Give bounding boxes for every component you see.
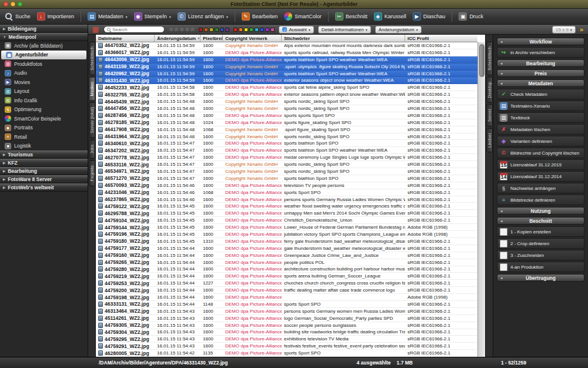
table-row[interactable]: 44759265_WZ2.jpg16.01.15 11:54:441600DEM… (96, 259, 477, 266)
table-row[interactable]: 46534971_WZ2.jpg16.01.15 11:54:471600Cop… (96, 168, 477, 175)
palette-action-lizenzablauf-31-12-2015[interactable]: 15Lizenzablauf 31.12.2015 (497, 159, 584, 170)
table-row[interactable]: 46417908_WZ2.jpg16.01.15 11:54:481068Cop… (96, 126, 477, 133)
panel-tab-lindner[interactable]: Lindner (486, 128, 493, 152)
sidebar-item-retail[interactable]: ¤Retail (0, 132, 88, 142)
sidebar-item-portraits[interactable]: ☻Portraits (0, 123, 88, 133)
palette-action-varianten-definieren[interactable]: ◆Varianten definieren (497, 136, 584, 146)
sidebar-item-info-grafik[interactable]: ▧Info Grafik (0, 96, 88, 105)
color-label-swatch[interactable] (204, 28, 208, 32)
palette-action-4-an-produktion[interactable]: 4-an Produktion (497, 262, 584, 272)
sidebar-item-archiv-alle-bilddaten[interactable]: ▦Archiv (alle Bilddaten) (0, 41, 88, 51)
color-label-swatch[interactable] (265, 28, 269, 32)
table-row[interactable]: 46533116_WZ2.jpg16.01.15 11:54:471600Cop… (96, 161, 477, 168)
palette-action-textmakro-xenario[interactable]: ▤Textmakro-Xenario (497, 101, 584, 111)
table-row[interactable]: 44759177_WZ2.jpg16.01.15 11:54:441600DEM… (96, 245, 477, 252)
palette-action-nachweise-anh-ngen[interactable]: §Nachweise anhängen (497, 183, 584, 193)
sidebar-section-bildeingang[interactable]: ▶Bildeingang (0, 25, 88, 33)
palette-action-1-kopien-erstellen[interactable]: 1 - Kopien erstellen (497, 226, 584, 237)
view-mode-dropdown[interactable]: Detail-Informationen ▾ (318, 26, 371, 34)
column-header-copyright-vermerk[interactable]: Copyright Vermerk (223, 35, 282, 42)
toolbar-button-importieren[interactable]: ↓Importieren (37, 12, 75, 21)
color-label-swatch[interactable] (270, 28, 275, 32)
table-row[interactable]: 46270778_WZ2.jpg16.01.15 11:54:471600DEM… (96, 154, 477, 161)
palette-action-in-archiv-verschieben[interactable]: ↪in Archiv verschieben (497, 47, 584, 58)
sidebar-item-smartcolor-beispiele[interactable]: SmartColor Beispiele (0, 114, 88, 123)
palette-action-lizenzablauf-31-12-2014[interactable]: 14Lizenzablauf 31.12.2014 (497, 171, 584, 182)
table-row[interactable]: 46347202_WZ2.jpg16.01.15 11:54:471600DEM… (96, 147, 477, 154)
close-window-button[interactable] (4, 2, 8, 6)
sidebar-item-produktfotos[interactable]: ▨Produktfotos (0, 59, 88, 69)
panel-tab-projekte[interactable]: Projekte (89, 160, 95, 186)
panel-tab-medien[interactable]: Medien (89, 77, 95, 101)
sidebar-item-audio[interactable]: ♪Audio (0, 69, 88, 78)
color-label-swatch[interactable] (233, 28, 238, 32)
sidebar-item-agenturbilder[interactable]: ▣Agenturbilder (1, 51, 86, 60)
table-row[interactable]: 46366017_WZ2.jpg16.01.15 11:54:591600DEM… (96, 49, 477, 56)
sidebar-section-fotoweb-s-weltweit[interactable]: ▶FotoWeb's weltweit (0, 183, 88, 192)
panel-tab-jobs[interactable]: Jobs (89, 140, 95, 159)
minimize-window-button[interactable] (11, 2, 15, 6)
color-label-swatch[interactable] (244, 28, 248, 32)
table-row[interactable]: 46333131_WZ2.jpg16.01.15 11:54:441148DEM… (96, 301, 477, 308)
toolbar-button-lizenz-anf-gen[interactable]: ©Lizenz anfügen▾ (178, 12, 228, 21)
panel-tab-desktop[interactable]: Desktop (486, 77, 493, 103)
sidebar-section-bearbeitung[interactable]: ▶Bearbeitung (0, 167, 88, 175)
color-label-filter-2[interactable] (233, 28, 275, 32)
table-row[interactable]: 44759180_WZ2.jpg16.01.15 11:54:451310DEM… (96, 238, 477, 245)
column-header-pixelbreite[interactable]: Pixelbreite (201, 35, 223, 42)
column-header-stichw-rter[interactable]: Stichwörter (282, 35, 405, 42)
palette-action-2-crop-definieren[interactable]: 2 - Crop definieren (497, 238, 584, 249)
palette-section-nutzung[interactable]: ◄Nutzung (497, 207, 584, 215)
toolbar-button-beschnitt[interactable]: ✂Beschnitt (335, 12, 368, 21)
table-row[interactable]: 44759253_WZ2.jpg16.01.15 11:54:441227DEM… (96, 280, 477, 287)
table-row[interactable]: 46420962_WZ2.jpg16.01.15 11:54:591600Cop… (96, 71, 477, 78)
palette-section-preis[interactable]: ◄Preis (497, 69, 584, 77)
star-icon[interactable]: ☆ (169, 26, 173, 32)
palette-action-check-metadaten[interactable]: ✓Check Metadaten (497, 89, 584, 99)
table-row[interactable]: 44759198_WZ2.jpg16.01.15 11:54:441600DEM… (96, 294, 477, 301)
sidebar-section-tourismus[interactable]: ▶Tourismus (0, 150, 88, 159)
star-icon[interactable]: ☆ (174, 26, 179, 32)
search-input[interactable] (112, 27, 161, 32)
selection-dropdown[interactable]: ✓ Auswahl ▾ (279, 26, 313, 34)
table-row[interactable]: 46571270_WZ2.jpg16.01.15 11:54:471600Cop… (96, 175, 477, 182)
table-row[interactable]: 46340610_WZ2.jpg16.01.15 11:54:471600DEM… (96, 140, 477, 147)
color-label-swatch[interactable] (209, 28, 213, 32)
star-icon[interactable]: ☆ (179, 26, 184, 32)
table-row[interactable]: 46431964_WZ2.jpg16.01.15 11:54:481600Cop… (96, 133, 477, 140)
sidebar-section-medienpool[interactable]: ▼Medienpool (0, 33, 88, 41)
column-header-icc-profil[interactable]: ICC Profil (405, 35, 477, 42)
sidebar-item-logistik[interactable]: ■Logistik (0, 142, 88, 151)
palette-section-bertragung[interactable]: ◄Übertragung (497, 274, 584, 282)
table-row[interactable]: 46278185_WZ2.jpg16.01.15 11:54:481024DEM… (96, 119, 477, 126)
table-scrollbar[interactable] (477, 42, 485, 357)
palette-action-bildstrecke-definieren[interactable]: ≡Bildstrecke definieren (497, 195, 584, 205)
sidebar-item-layout[interactable]: ▥Layout (0, 87, 88, 96)
contact-sheet-icon[interactable]: ▦ (92, 25, 99, 34)
palette-action-bildrechte-und-copyright-l-schen[interactable]: ©Bildrechte und Copyright löschen (497, 148, 584, 158)
toolbar-button-smartcolor[interactable]: SmartColor (284, 12, 322, 21)
scrollbar-thumb[interactable] (479, 44, 485, 77)
panel-tab-schreibtisch[interactable]: Schreibtisch (89, 42, 95, 75)
palette-section-beschnitt[interactable]: ◄Beschnitt (497, 217, 584, 225)
table-row[interactable]: 46237865_WZ2.jpg16.01.15 11:54:461600DEM… (96, 196, 477, 203)
table-row[interactable]: 46295788_WZ2.jpg16.01.15 11:54:451600DEM… (96, 210, 477, 217)
table-row[interactable]: 44231046_WZ2.jpg16.01.15 11:54:461068DEM… (96, 189, 477, 196)
table-row[interactable]: 44759122_WZ2.jpg16.01.15 11:54:451600DEM… (96, 203, 477, 210)
table-row[interactable]: 46452233_WZ2.jpg16.01.15 11:54:581600DEM… (96, 84, 477, 91)
expand-toolbar-icon[interactable]: » (580, 26, 583, 33)
sidebar-item-movies[interactable]: ▶Movies (0, 78, 88, 87)
toolbar-button-stempeln[interactable]: ◉Stempeln▾ (134, 12, 171, 21)
sort-dropdown[interactable]: Änderungsdatum ▾ (375, 26, 422, 34)
color-label-swatch[interactable] (215, 28, 219, 32)
table-row[interactable]: 44759160_WZ2.jpg16.01.15 11:54:441600DEM… (96, 252, 477, 259)
star-icon[interactable]: ☆ (190, 26, 195, 32)
color-label-swatch[interactable] (225, 28, 229, 32)
table-row[interactable]: 46445439_WZ2.jpg16.01.15 11:54:481600Cop… (96, 98, 477, 105)
table-row[interactable]: 46431159_WZ2.jpg16.01.15 11:54:591600Cop… (96, 63, 477, 71)
color-label-swatch[interactable] (249, 28, 253, 32)
panel-tab-server[interactable]: Server (486, 104, 493, 126)
table-row[interactable]: 44759196_WZ2.jpg16.01.15 11:54:451600DEM… (96, 231, 477, 238)
sidebar-section-kfz[interactable]: ▶KFZ (0, 159, 88, 167)
table-row[interactable]: 44759304_WZ2.jpg16.01.15 11:54:431600DEM… (96, 329, 477, 336)
